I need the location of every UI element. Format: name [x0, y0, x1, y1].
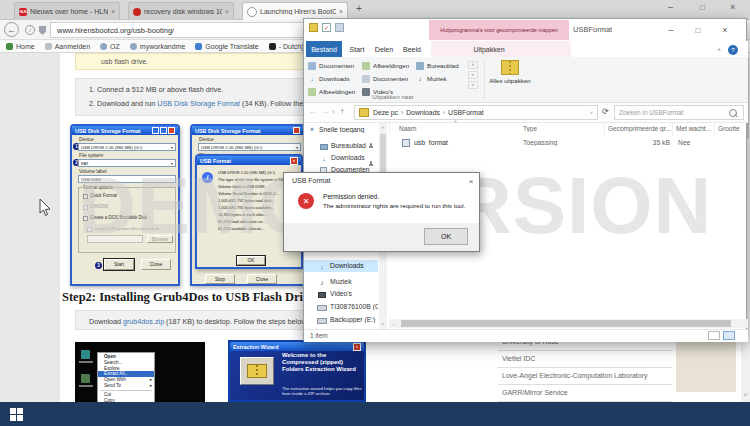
targets-more[interactable]: ˅ [468, 81, 478, 89]
contextual-tab-header: Hulpprogramma's voor gecomprimeerde mapp… [429, 20, 569, 40]
browser-minimize-button[interactable]: – [668, 2, 673, 12]
sidebar-bureaublad[interactable]: Bureaublad [331, 142, 371, 149]
mirror-link[interactable]: Love-Angel Electronic-Computation Labora… [498, 368, 672, 385]
crumb-usbformat[interactable]: USBFormat [448, 109, 484, 116]
extract-to-desktop[interactable]: Bureaublad [416, 60, 468, 71]
sidebar-videos[interactable]: Video's [330, 290, 376, 297]
mirror-link[interactable]: Viettel IDC [498, 351, 672, 368]
nav-history-dropdown[interactable]: ˅ [332, 109, 335, 115]
tab-delen[interactable]: Delen [370, 41, 398, 57]
tab-bestand[interactable]: Bestand [306, 41, 342, 57]
sidebar-downloads[interactable]: Downloads [330, 262, 376, 269]
xp-close-icon [293, 127, 300, 134]
browser-maximize-button[interactable]: □ [700, 3, 705, 12]
file-password: Nee [678, 139, 708, 146]
crumb-downloads[interactable]: Downloads [406, 109, 440, 116]
info-icon[interactable]: i [25, 25, 35, 35]
bookmark-icon [45, 43, 52, 50]
close-button: Close [247, 274, 277, 284]
explorer-close-button[interactable]: × [716, 23, 734, 37]
dialog-close-icon[interactable]: × [464, 175, 478, 187]
tab-beeld[interactable]: Beeld [398, 41, 426, 57]
browser-tab-1[interactable]: HLN Nieuws over home - HLN... × [14, 2, 120, 20]
chkdsk-checkbox [83, 205, 88, 210]
file-size: 35 kB [634, 139, 670, 146]
explorer-minimize-button[interactable]: – [662, 23, 680, 37]
column-compressed[interactable]: Gecomprimeerde gr... [608, 125, 672, 132]
bookmark-aanmelden[interactable]: Aanmelden [45, 43, 90, 50]
usb-disk-storage-format-link[interactable]: USB Disk Storage Format [157, 99, 240, 108]
icons-view-button[interactable] [723, 331, 735, 340]
scrollbar-thumb[interactable] [401, 320, 731, 327]
extraction-wizard-screenshot: Extraction Wizard × Welcome to the Compr… [228, 340, 366, 402]
column-password[interactable]: Met wacht... [676, 125, 714, 132]
qat-new-folder-icon[interactable] [335, 23, 344, 32]
breadcrumb[interactable]: Deze pc › Downloads › USBFormat ˅ [354, 105, 598, 120]
sidebar-quick-access[interactable]: Snelle toegang [319, 126, 377, 133]
nav-forward-button[interactable]: → [321, 107, 329, 116]
browser-close-button[interactable]: × [730, 2, 735, 12]
sidebar-downloads-pinned[interactable]: Downloads [331, 154, 371, 161]
crumb-deze-pc[interactable]: Deze pc [373, 109, 398, 116]
extract-to-documents-2[interactable]: Documenten [362, 73, 414, 84]
tab-close-icon[interactable]: × [339, 8, 343, 15]
grub4dos-link[interactable]: grub4dos.zip [123, 317, 164, 326]
extract-to-music[interactable]: ♪Muziek [416, 73, 468, 84]
extract-to-documents[interactable]: Documenten [308, 60, 360, 71]
browser-tab-2[interactable]: recovery disk windows 10... × [128, 2, 234, 20]
error-line-2: The administrator rights are required to… [323, 202, 478, 209]
tab-start[interactable]: Start [344, 41, 370, 57]
details-view-button[interactable] [708, 331, 720, 340]
bookmark-home[interactable]: Home [6, 43, 35, 50]
nav-back-button[interactable]: ← [309, 107, 317, 116]
tab-uitpakken[interactable]: Uitpakken [464, 41, 514, 57]
file-type: Toepassing [523, 139, 603, 146]
desktop-icon-label [79, 361, 93, 363]
breadcrumb-dropdown-icon[interactable]: ˅ [590, 110, 593, 116]
help-icon[interactable]: ? [728, 45, 738, 55]
tab-close-icon[interactable]: × [111, 8, 115, 15]
extract-to-downloads[interactable]: ↓Downloads [308, 73, 360, 84]
scroll-left-arrow[interactable]: ‹ [389, 319, 398, 328]
refresh-icon[interactable]: ⟳ [602, 107, 609, 116]
column-type[interactable]: Type [523, 125, 603, 132]
step-badge-3: 3 [95, 262, 102, 269]
file-pane-hscrollbar[interactable]: ‹ [389, 319, 748, 328]
targets-scroll-up[interactable]: ˄ [468, 61, 478, 69]
targets-scroll-down[interactable]: ˅ [468, 71, 478, 79]
search-icon[interactable] [729, 109, 737, 117]
bookmark-google-translate[interactable]: Google Translate [195, 43, 258, 50]
ok-button[interactable]: OK [424, 228, 468, 245]
dialog-title: USB Format [292, 177, 331, 184]
sidebar-drive-e[interactable]: Backupper (E:) [330, 316, 378, 323]
collapse-ribbon-icon[interactable]: ˄ [714, 45, 724, 55]
xp-minimize-icon [152, 127, 159, 134]
extract-to-pictures[interactable]: Afbeeldingen [362, 60, 414, 71]
file-name[interactable]: usb_format [414, 139, 514, 146]
device-combo: USB DRIVE 2.00 (980 MB) (G:\)▾ [198, 143, 301, 151]
back-button[interactable]: ← [4, 22, 19, 37]
qat-folder-icon[interactable] [309, 23, 318, 32]
bookmark-myworkandme[interactable]: myworkandme [130, 43, 186, 50]
step-2-text: 2. Download and run USB Disk Storage For… [89, 99, 322, 108]
xp-msgbox-title: USB Format × [197, 156, 301, 165]
start-button[interactable] [10, 408, 23, 421]
scroll-down-arrow[interactable]: ˅ [741, 390, 750, 400]
tab-close-icon[interactable]: × [225, 8, 229, 15]
new-tab-button[interactable]: + [356, 3, 362, 14]
sidebar-muziek[interactable]: Muziek [330, 278, 376, 285]
qat-properties-icon[interactable]: ✓ [322, 23, 331, 32]
translate-icon [195, 43, 202, 50]
scroll-up-arrow[interactable]: ˄ [379, 123, 387, 132]
scroll-down-arrow[interactable]: ˅ [379, 319, 387, 328]
bookmark-oz[interactable]: OZ [100, 43, 120, 50]
column-naam[interactable]: Naam [399, 125, 499, 132]
column-size[interactable]: Grootte [718, 125, 746, 132]
sidebar-drive-c[interactable]: TI30876100B (C:) [330, 303, 378, 310]
extract-all-button[interactable]: Alles uitpakken [488, 59, 532, 101]
explorer-maximize-button[interactable]: □ [689, 23, 707, 37]
nav-up-button[interactable]: ↑ [340, 107, 344, 116]
search-box[interactable]: Zoeken in USBFormat [614, 105, 744, 120]
desktop-icon [81, 350, 90, 359]
mirror-link[interactable]: GARR/Mirror Service [498, 385, 672, 402]
